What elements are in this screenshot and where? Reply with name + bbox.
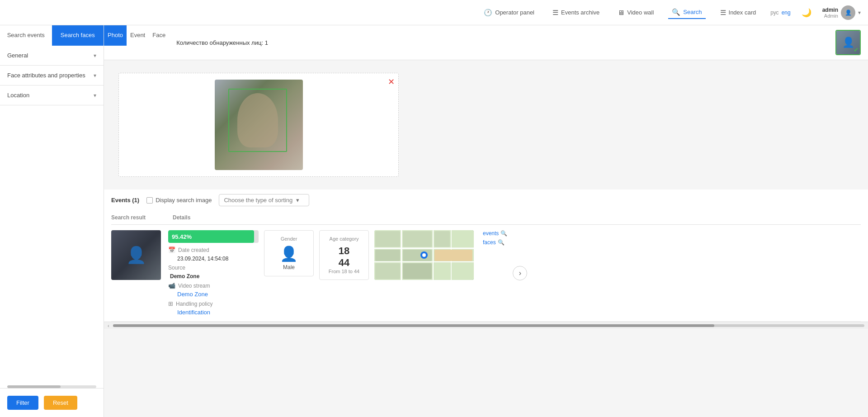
display-search-image-checkbox[interactable] bbox=[146, 197, 153, 204]
uploaded-photo bbox=[215, 80, 303, 170]
sort-dropdown[interactable]: Choose the type of sorting ▾ bbox=[219, 194, 309, 206]
detected-area: Количество обнаруженных лиц: 1 👤 ✔ bbox=[169, 25, 868, 60]
male-icon: 👤 bbox=[272, 245, 306, 262]
date-row: 📅 Date created bbox=[168, 246, 259, 253]
confidence-value: 95.42% bbox=[172, 233, 192, 240]
content-tabs: Photo Event Face bbox=[104, 25, 169, 46]
confidence-block: 95.42% 📅 Date created 23.09.2024, 14:54:… bbox=[168, 230, 259, 316]
video-stream-link[interactable]: Demo Zone bbox=[177, 291, 208, 298]
general-chevron-icon: ▾ bbox=[94, 52, 96, 59]
result-photo: 👤 bbox=[111, 230, 161, 280]
lang-ru[interactable]: рус bbox=[770, 9, 778, 16]
age-max: 44 bbox=[327, 257, 361, 269]
scroll-left-arrow-icon[interactable]: ‹ bbox=[108, 323, 109, 328]
policy-icon: ⊞ bbox=[168, 300, 173, 307]
tab-photo[interactable]: Photo bbox=[104, 25, 127, 46]
events-count-label: Events (1) bbox=[111, 197, 139, 204]
user-area: admin Admin 👤 ▾ bbox=[822, 5, 861, 20]
tab-search-events[interactable]: Search events bbox=[0, 25, 52, 46]
result-row: 👤 95.42% 📅 Date created bbox=[111, 225, 861, 322]
clock-icon: 🕐 bbox=[484, 9, 492, 17]
sidebar-tabs: Search events Search faces bbox=[0, 25, 104, 46]
navigate-arrow-button[interactable]: › bbox=[513, 266, 527, 280]
top-navigation: 🕐 Operator panel ☰ Events archive 🖥 Vide… bbox=[0, 0, 868, 25]
avatar[interactable]: 👤 bbox=[841, 5, 855, 20]
reset-button[interactable]: Reset bbox=[44, 396, 77, 410]
video-stream-link-row: Demo Zone bbox=[168, 291, 259, 298]
detected-thumbnail-1[interactable]: 👤 ✔ bbox=[835, 30, 861, 55]
result-details: 95.42% 📅 Date created 23.09.2024, 14:54:… bbox=[168, 230, 861, 316]
username: admin bbox=[822, 7, 838, 13]
user-role: Admin bbox=[822, 13, 838, 19]
faces-search-icon: 🔍 bbox=[498, 239, 505, 246]
sort-placeholder: Choose the type of sorting bbox=[224, 197, 292, 204]
faces-link[interactable]: faces 🔍 bbox=[483, 239, 505, 246]
card-icon: ☰ bbox=[720, 9, 726, 17]
tab-event[interactable]: Event bbox=[127, 25, 149, 46]
age-range: From 18 to 44 bbox=[327, 269, 361, 274]
content-header-area: Photo Event Face Количество обнаруженных… bbox=[104, 25, 868, 60]
source-label: Source bbox=[168, 265, 185, 271]
age-num: 18 bbox=[327, 245, 361, 257]
language-switcher: рус eng bbox=[770, 9, 790, 16]
age-title: Age category bbox=[327, 236, 361, 242]
scroll-track[interactable] bbox=[113, 324, 864, 327]
map-svg bbox=[374, 230, 474, 280]
sidebar-section-general[interactable]: General ▾ bbox=[0, 46, 104, 66]
confidence-bar-fill: 95.42% bbox=[168, 230, 254, 243]
main-content: Photo Event Face Количество обнаруженных… bbox=[104, 25, 868, 417]
header-details: Details bbox=[173, 214, 861, 221]
header-search-result: Search result bbox=[111, 214, 165, 221]
gender-value: Male bbox=[272, 264, 306, 270]
results-area: Search result Details 👤 bbox=[104, 211, 868, 322]
sidebar-section-face-attributes[interactable]: Face attributes and properties ▾ bbox=[0, 66, 104, 85]
nav-index-card[interactable]: ☰ Index card bbox=[717, 7, 760, 19]
tab-face[interactable]: Face bbox=[149, 25, 169, 46]
nav-operator-panel[interactable]: 🕐 Operator panel bbox=[480, 7, 538, 19]
handling-policy-link[interactable]: Identification bbox=[177, 309, 210, 316]
location-chevron-icon: ▾ bbox=[94, 92, 96, 99]
close-photo-icon[interactable]: ✕ bbox=[388, 77, 395, 87]
svg-rect-12 bbox=[375, 263, 400, 279]
tab-search-faces[interactable]: Search faces bbox=[52, 25, 104, 46]
sidebar: Search events Search faces General ▾ Fac… bbox=[0, 25, 104, 417]
svg-rect-9 bbox=[375, 250, 400, 261]
source-row: Source bbox=[168, 265, 259, 271]
display-search-image-label: Display search image bbox=[156, 197, 212, 204]
photo-container bbox=[215, 80, 303, 170]
svg-point-15 bbox=[422, 253, 426, 257]
list-icon: ☰ bbox=[552, 9, 558, 17]
horizontal-scrollbar[interactable]: ‹ bbox=[104, 322, 868, 329]
action-links: events 🔍 faces 🔍 bbox=[483, 230, 507, 246]
video-stream-row: 📹 Video stream bbox=[168, 282, 259, 289]
results-headers: Search result Details bbox=[111, 211, 861, 225]
search-nav-icon: 🔍 bbox=[672, 8, 680, 16]
svg-rect-6 bbox=[375, 231, 400, 247]
monitor-icon: 🖥 bbox=[618, 9, 624, 16]
date-value: 23.09.2024, 14:54:08 bbox=[177, 256, 228, 262]
display-search-image-checkbox-area: Display search image bbox=[146, 197, 212, 204]
sidebar-section-location[interactable]: Location ▾ bbox=[0, 85, 104, 105]
video-stream-label: Video stream bbox=[178, 283, 210, 289]
confidence-bar: 95.42% bbox=[168, 230, 259, 243]
map-thumbnail[interactable] bbox=[374, 230, 474, 280]
filter-button[interactable]: Filter bbox=[7, 396, 38, 410]
scroll-thumb[interactable] bbox=[113, 324, 714, 327]
nav-events-archive[interactable]: ☰ Events archive bbox=[549, 7, 603, 19]
calendar-icon: 📅 bbox=[168, 246, 175, 253]
date-label: Date created bbox=[178, 247, 209, 253]
main-layout: Search events Search faces General ▾ Fac… bbox=[0, 25, 868, 417]
lang-en[interactable]: eng bbox=[782, 9, 791, 16]
user-menu-chevron-icon[interactable]: ▾ bbox=[858, 9, 861, 16]
nav-search[interactable]: 🔍 Search bbox=[668, 6, 705, 19]
theme-toggle-icon[interactable]: 🌙 bbox=[802, 8, 811, 18]
photo-area: ✕ bbox=[118, 73, 399, 177]
source-value-row: Demo Zone bbox=[168, 273, 259, 280]
events-link[interactable]: events 🔍 bbox=[483, 230, 507, 237]
handling-policy-link-row: Identification bbox=[168, 309, 259, 316]
detected-count-label: Количество обнаруженных лиц: 1 bbox=[176, 39, 268, 46]
photo-upload-section: ✕ bbox=[104, 60, 868, 190]
source-value: Demo Zone bbox=[170, 273, 199, 280]
nav-video-wall[interactable]: 🖥 Video wall bbox=[614, 7, 657, 18]
svg-rect-11 bbox=[434, 250, 472, 261]
